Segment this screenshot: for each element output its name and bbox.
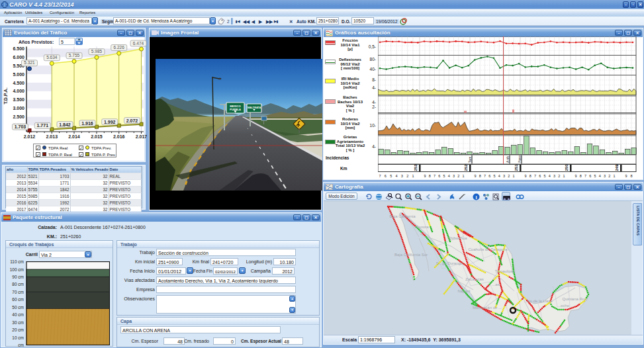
svg-text:6: 6 <box>589 174 591 178</box>
svg-text:6: 6 <box>438 174 440 178</box>
svg-text:Michoacán de ...: Michoacán de ... <box>473 306 502 310</box>
svg-text:2: 2 <box>457 174 459 178</box>
svg-text:8: 8 <box>429 174 431 178</box>
svg-text:Tamaulipas: Tamaulipas <box>495 269 515 273</box>
svg-text:Zacatecas: Zacatecas <box>465 277 484 281</box>
svg-text:5: 5 <box>594 174 596 178</box>
svg-text:7: 7 <box>434 174 436 178</box>
svg-text:7: 7 <box>584 174 586 178</box>
svg-text:252: 252 <box>464 164 468 171</box>
svg-text:Baja California: Baja California <box>389 214 416 218</box>
svg-text:2.014: 2.014 <box>68 134 80 139</box>
svg-text:6.500: 6.500 <box>13 46 24 51</box>
svg-text:5.755: 5.755 <box>69 53 80 58</box>
svg-text:3: 3 <box>401 174 403 178</box>
svg-text:Paso: Paso <box>518 155 522 163</box>
svg-text:2: 2 <box>508 174 510 178</box>
svg-text:8: 8 <box>529 174 531 178</box>
svg-text:...eche: ...eche <box>557 304 570 308</box>
svg-text:1.916: 1.916 <box>81 121 93 126</box>
svg-text:Nayarit: Nayarit <box>457 289 470 293</box>
svg-text:2.012: 2.012 <box>24 134 36 139</box>
svg-text:6.474: 6.474 <box>133 41 144 46</box>
svg-text:T.D.P.A.: T.D.P.A. <box>3 87 8 104</box>
svg-text:8: 8 <box>630 174 632 178</box>
svg-text:4.000: 4.000 <box>13 89 24 93</box>
svg-text:5.634: 5.634 <box>46 55 58 60</box>
svg-text:7: 7 <box>379 174 381 178</box>
svg-text:5: 5 <box>443 174 445 178</box>
svg-text:...as: ...as <box>492 283 499 286</box>
svg-text:9: 9 <box>524 174 526 178</box>
svg-text:3.000: 3.000 <box>13 106 24 110</box>
svg-text:PUEBLA: PUEBLA <box>230 108 241 111</box>
svg-text:3: 3 <box>604 174 606 178</box>
svg-text:7: 7 <box>534 174 536 178</box>
svg-text:9: 9 <box>575 174 576 178</box>
svg-text:1.992: 1.992 <box>104 120 116 124</box>
svg-text:251: 251 <box>514 164 518 171</box>
svg-text:253: 253 <box>414 164 418 171</box>
svg-text:1: 1 <box>512 174 514 178</box>
svg-text:2.017: 2.017 <box>136 134 147 139</box>
svg-text:3: 3 <box>503 174 505 178</box>
svg-text:Baja California Sur: Baja California Sur <box>394 253 428 257</box>
svg-text:6: 6 <box>385 174 387 178</box>
svg-text:9: 9 <box>474 174 476 178</box>
svg-text:2.500: 2.500 <box>13 114 24 119</box>
svg-text:MALTRATA: MALTRATA <box>248 107 261 109</box>
svg-text:Tem: Tem <box>468 157 472 163</box>
svg-text:...cio de la Llave: ...cio de la Llave <box>524 299 553 303</box>
svg-text:6: 6 <box>539 174 541 178</box>
svg-text:5: 5 <box>390 174 392 178</box>
svg-text:Quintana Roo: Quintana Roo <box>562 297 587 301</box>
svg-text:A nh: A nh <box>506 156 510 163</box>
svg-text:2: 2 <box>558 174 560 178</box>
svg-text:5.985: 5.985 <box>91 49 103 54</box>
svg-text:8: 8 <box>580 174 582 178</box>
svg-text:9: 9 <box>625 174 627 178</box>
svg-text:Coahuila de Zaragoza: Coahuila de Zaragoza <box>468 247 508 251</box>
svg-text:9: 9 <box>424 174 426 178</box>
svg-text:2.072: 2.072 <box>126 118 138 123</box>
svg-text:4: 4 <box>448 174 450 178</box>
svg-text:5: 5 <box>493 174 495 178</box>
svg-text:Chihuahua: Chihuahua <box>447 236 467 240</box>
svg-text:6.226: 6.226 <box>114 45 125 50</box>
svg-text:1: 1 <box>412 174 414 178</box>
svg-text:3: 3 <box>453 174 455 178</box>
svg-text:4: 4 <box>549 174 551 178</box>
svg-text:4: 4 <box>498 174 500 178</box>
svg-text:8: 8 <box>479 174 481 178</box>
svg-text:5.321: 5.321 <box>24 60 35 65</box>
svg-text:3: 3 <box>553 174 555 178</box>
svg-text:2.013: 2.013 <box>46 134 58 139</box>
svg-text:2: 2 <box>608 174 610 178</box>
svg-text:250: 250 <box>565 164 569 171</box>
svg-text:1.842: 1.842 <box>59 122 71 127</box>
svg-text:6.000: 6.000 <box>13 55 24 60</box>
svg-text:249: 249 <box>615 164 619 171</box>
svg-text:S...go Durango: S...go Durango <box>436 261 463 265</box>
svg-text:2.015: 2.015 <box>91 134 103 139</box>
svg-text:i: i <box>475 195 477 200</box>
svg-text:1.703: 1.703 <box>15 124 26 129</box>
svg-text:2: 2 <box>406 174 408 178</box>
svg-text:5: 5 <box>543 174 545 178</box>
svg-text:3.500: 3.500 <box>13 97 24 102</box>
svg-text:5.000: 5.000 <box>13 72 24 77</box>
svg-text:1: 1 <box>462 174 464 178</box>
svg-text:1.771: 1.771 <box>37 123 49 128</box>
svg-text:Sonora: Sonora <box>416 225 429 229</box>
svg-text:1: 1 <box>613 174 615 178</box>
svg-text:6: 6 <box>488 174 490 178</box>
svg-text:4.500: 4.500 <box>13 81 24 85</box>
svg-text:7: 7 <box>484 174 486 178</box>
svg-text:1: 1 <box>563 174 565 178</box>
svg-text:4: 4 <box>599 174 601 178</box>
svg-text:4: 4 <box>395 174 397 178</box>
svg-text:2.016: 2.016 <box>113 134 125 139</box>
